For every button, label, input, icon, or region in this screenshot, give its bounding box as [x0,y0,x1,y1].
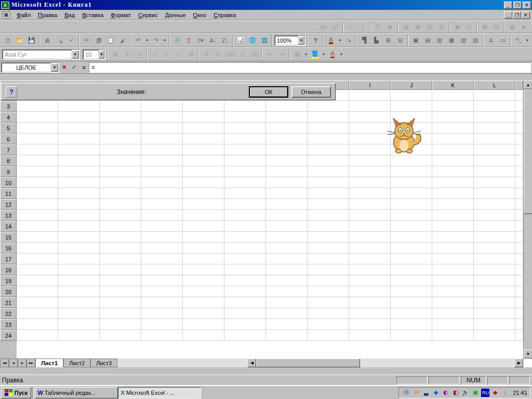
menu-окно[interactable]: Окно [190,11,210,19]
cell-H17[interactable] [308,254,349,264]
group2-button[interactable]: ⊞ [382,35,394,46]
row-header-8[interactable]: 8 [0,155,17,166]
cell-H10[interactable] [308,177,349,188]
cell-G23[interactable] [266,319,308,330]
cell-F4[interactable] [224,112,266,123]
undo-dropdown[interactable]: ▼ [144,35,150,46]
cell-A5[interactable] [17,123,58,134]
cell-A3[interactable] [17,101,58,112]
cell-J2[interactable] [391,90,432,101]
doc-close-button[interactable]: ✕ [522,11,530,19]
cell-B8[interactable] [58,155,100,166]
cell-A20[interactable] [17,286,58,297]
cell-G20[interactable] [266,286,308,297]
cell-A17[interactable] [17,254,58,264]
cell-E22[interactable] [183,308,224,319]
cell-D17[interactable] [141,254,183,264]
cell-F18[interactable] [224,264,266,275]
cell-C13[interactable] [100,210,141,221]
menu-правка[interactable]: Правка [35,11,60,19]
cell-H4[interactable] [308,112,349,123]
cell-L5[interactable] [474,123,515,134]
cell-K6[interactable] [432,134,474,144]
cell-B6[interactable] [58,134,100,144]
copy-button[interactable]: 🗐 [93,35,104,46]
sheet-tab-3[interactable]: Лист3 [90,358,117,367]
col-header-I[interactable]: I [349,81,391,90]
cell-B5[interactable] [58,123,100,134]
undo-button[interactable]: ↶ [132,35,144,46]
bring-front-button[interactable]: ▜ [358,35,370,46]
cell-I24[interactable] [349,330,391,341]
row-header-16[interactable]: 16 [0,243,17,254]
cell-K17[interactable] [432,254,474,264]
row-header-24[interactable]: 24 [0,330,17,341]
text-color-dropdown[interactable]: ▼ [339,49,344,60]
redo-dropdown[interactable]: ▼ [162,35,167,46]
cell-B11[interactable] [58,188,100,199]
hyperlink-button[interactable]: 🔗 [171,35,183,46]
cell-G10[interactable] [266,177,308,188]
cell-A14[interactable] [17,221,58,232]
cell-C7[interactable] [100,144,141,155]
restore-button[interactable]: ❐ [513,2,522,9]
sort-asc-button[interactable]: A↓ [207,35,219,46]
cell-C15[interactable] [100,232,141,243]
shape6-button[interactable]: ▨ [470,35,481,46]
row-header-21[interactable]: 21 [0,297,17,308]
cell-D15[interactable] [141,232,183,243]
cell-F12[interactable] [224,199,266,210]
cell-I20[interactable] [349,286,391,297]
cell-L4[interactable] [474,112,515,123]
cell-A9[interactable] [17,166,58,177]
tools-dropdown[interactable]: ▼ [525,35,530,46]
tray-icon-10[interactable]: ◆ [491,389,499,397]
cell-L11[interactable] [474,188,515,199]
vertical-scrollbar[interactable]: ▲ ▼ [523,81,532,358]
cell-F16[interactable] [224,243,266,254]
cell-A4[interactable] [17,112,58,123]
cell-A24[interactable] [17,330,58,341]
cell-H12[interactable] [308,199,349,210]
spellcheck-button[interactable]: ✓ [65,35,77,46]
cells-area[interactable] [17,90,523,358]
cell-L20[interactable] [474,286,515,297]
ungroup-button[interactable]: ▯ [357,21,368,33]
cell-B20[interactable] [58,286,100,297]
cell-J3[interactable] [391,101,432,112]
preview-button[interactable]: 🔍 [54,35,65,46]
cell-C5[interactable] [100,123,141,134]
cell-E11[interactable] [183,188,224,199]
zoom-combo[interactable]: 100% ▼ [274,35,305,46]
cell-A19[interactable] [17,275,58,286]
row-header-23[interactable]: 23 [0,319,17,330]
font-dropdown[interactable]: ▼ [72,50,79,59]
cell-D4[interactable] [141,112,183,123]
cell-F3[interactable] [224,101,266,112]
vscroll-thumb[interactable] [524,89,532,214]
cell-I19[interactable] [349,275,391,286]
minimize-button[interactable]: _ [504,2,512,9]
doc-restore-button[interactable]: ❐ [513,11,521,19]
increase-decimal-button[interactable]: ,0 [236,49,248,60]
cell-E4[interactable] [183,112,224,123]
cell-A13[interactable] [17,210,58,221]
cell-E18[interactable] [183,264,224,275]
menu-вставка[interactable]: Вставка [79,11,107,19]
cell-B18[interactable] [58,264,100,275]
comma-button[interactable]: 000 [224,49,236,60]
cell-E8[interactable] [183,155,224,166]
cell-B12[interactable] [58,199,100,210]
cell-H9[interactable] [308,166,349,177]
cell-F23[interactable] [224,319,266,330]
cell-H11[interactable] [308,188,349,199]
font-color-button[interactable]: A [325,35,337,46]
cell-E10[interactable] [183,177,224,188]
tray-clock[interactable]: 21:41 [513,390,527,396]
cell-K5[interactable] [432,123,474,134]
checkbox-button[interactable]: ☑ [373,21,384,33]
cell-B17[interactable] [58,254,100,264]
map-button[interactable]: 🌐 [247,35,258,46]
row-header-19[interactable]: 19 [0,275,17,286]
cell-G11[interactable] [266,188,308,199]
